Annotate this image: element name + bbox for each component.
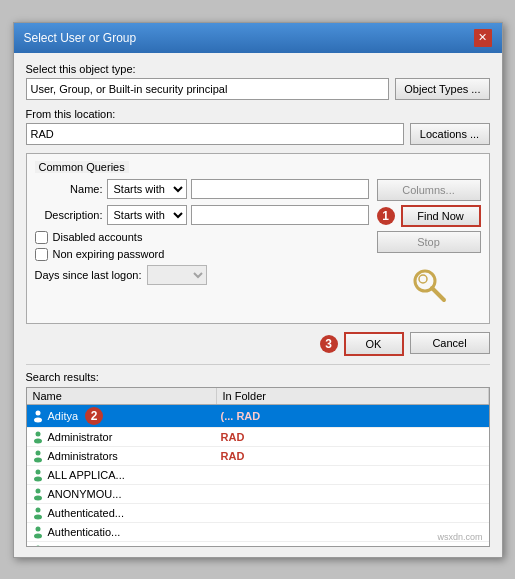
step3-badge: 3 [320,335,338,353]
name-text: ANONYMOU... [48,488,122,500]
name-cell: Administrators [27,447,217,465]
folder-cell [217,504,489,522]
object-type-row: Object Types ... [26,78,490,100]
name-text: Administrators [48,450,118,462]
days-row: Days since last logon: [35,265,369,285]
desc-query-label: Description: [35,209,103,221]
user-icon [31,430,45,444]
results-section: Search results: Name In Folder Aditya2(.… [26,364,490,547]
svg-point-19 [34,514,42,519]
table-row[interactable]: AdministratorRAD [27,428,489,447]
name-cell: ALL APPLICA... [27,466,217,484]
disabled-accounts-row: Disabled accounts [35,231,369,244]
desc-filter-select[interactable]: Starts with [107,205,187,225]
find-now-button[interactable]: Find Now [401,205,481,227]
user-icon [31,487,45,501]
svg-point-6 [35,431,40,436]
nonexpiring-checkbox[interactable] [35,248,48,261]
svg-point-2 [419,275,427,283]
svg-point-18 [35,507,40,512]
svg-point-16 [34,495,42,500]
location-label: From this location: [26,108,490,120]
name-text: Administrator [48,431,113,443]
cancel-button[interactable]: Cancel [410,332,490,354]
name-query-label: Name: [35,183,103,195]
folder-cell: (... RAD [217,405,489,427]
svg-point-13 [34,476,42,481]
close-button[interactable]: ✕ [474,29,492,47]
name-text: Authenticated... [48,507,124,519]
common-queries-group: Common Queries Name: Starts with Descrip… [26,153,490,324]
columns-button[interactable]: Columns... [377,179,481,201]
results-table-header: Name In Folder [27,388,489,405]
user-icon [31,544,45,547]
table-row[interactable]: ALL APPLICA... [27,466,489,485]
svg-line-1 [432,288,444,300]
search-magnify-icon [409,265,449,305]
ok-row: 3 OK [320,332,404,356]
days-select[interactable] [147,265,207,285]
search-icon-area [409,265,449,309]
name-cell: Authenticated... [27,504,217,522]
svg-point-21 [35,526,40,531]
stop-button[interactable]: Stop [377,231,481,253]
results-rows-container: Aditya2(... RAD AdministratorRAD Adminis… [27,405,489,547]
user-icon [31,468,45,482]
name-cell: Authenticatio... [27,523,217,541]
name-query-input[interactable] [191,179,369,199]
svg-point-15 [35,488,40,493]
svg-point-7 [34,438,42,443]
queries-content-area: Name: Starts with Description: Starts wi… [35,179,481,309]
svg-point-24 [35,545,40,547]
folder-cell [217,466,489,484]
table-row[interactable]: BATCH [27,542,489,547]
results-table[interactable]: Name In Folder Aditya2(... RAD Administr… [26,387,490,547]
name-text: BATCH [48,545,84,547]
name-text: Authenticatio... [48,526,121,538]
nonexpiring-label: Non expiring password [53,248,165,260]
user-icon [31,525,45,539]
common-queries-title: Common Queries [35,161,129,173]
query-fields: Name: Starts with Description: Starts wi… [35,179,369,309]
name-cell: ANONYMOU... [27,485,217,503]
svg-point-22 [34,533,42,538]
folder-cell [217,485,489,503]
ok-button[interactable]: OK [344,332,404,356]
svg-point-12 [35,469,40,474]
select-user-group-dialog: Select User or Group ✕ Select this objec… [13,22,503,558]
svg-point-10 [34,457,42,462]
col-folder-header: In Folder [217,388,489,404]
object-type-input[interactable] [26,78,390,100]
name-text: Aditya [48,410,79,422]
disabled-accounts-label: Disabled accounts [53,231,143,243]
col-name-header: Name [27,388,217,404]
location-row: Locations ... [26,123,490,145]
folder-cell: RAD [217,428,489,446]
watermark: wsxdn.com [437,532,482,542]
folder-cell: RAD [217,447,489,465]
desc-query-row: Description: Starts with [35,205,369,225]
table-row[interactable]: AdministratorsRAD [27,447,489,466]
name-text: ALL APPLICA... [48,469,125,481]
location-input[interactable] [26,123,404,145]
step1-badge: 1 [377,207,395,225]
table-row[interactable]: ANONYMOU... [27,485,489,504]
name-filter-select[interactable]: Starts with [107,179,187,199]
user-icon [31,409,45,423]
object-types-button[interactable]: Object Types ... [395,78,489,100]
table-row[interactable]: Aditya2(... RAD [27,405,489,428]
user-icon [31,506,45,520]
table-row[interactable]: Authenticatio... [27,523,489,542]
svg-point-9 [35,450,40,455]
folder-cell [217,542,489,547]
name-cell: Administrator [27,428,217,446]
desc-query-input[interactable] [191,205,369,225]
table-row[interactable]: Authenticated... [27,504,489,523]
dialog-body: Select this object type: Object Types ..… [14,53,502,557]
find-now-row: 1 Find Now [377,205,481,227]
disabled-accounts-checkbox[interactable] [35,231,48,244]
locations-button[interactable]: Locations ... [410,123,490,145]
results-label: Search results: [26,371,490,383]
bottom-buttons-row: 3 OK Cancel [26,332,490,356]
days-label: Days since last logon: [35,269,142,281]
